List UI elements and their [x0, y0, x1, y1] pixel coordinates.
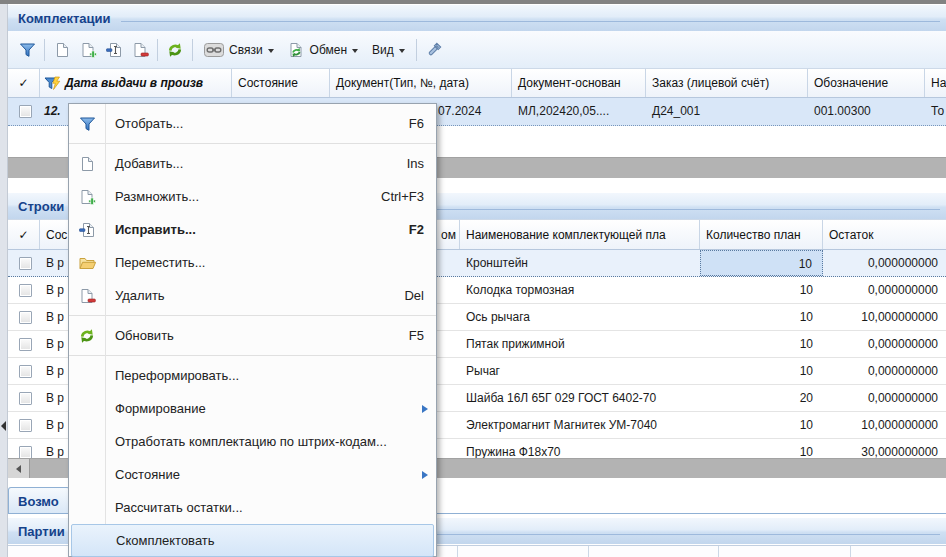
- column-header-check[interactable]: ✓: [8, 69, 40, 97]
- obmen-dropdown[interactable]: Обмен: [281, 37, 366, 63]
- stroki-title: Строки: [18, 199, 64, 214]
- refresh-button[interactable]: [162, 37, 188, 63]
- dropdown-label: Обмен: [310, 43, 348, 57]
- menu-item-label: Отобрать...: [115, 116, 183, 131]
- dropdown-label: Вид: [372, 43, 394, 57]
- submenu-arrow-icon: [422, 471, 428, 479]
- row-checkbox[interactable]: [19, 392, 32, 405]
- cell-qty-plan: 10: [700, 304, 823, 330]
- cell-qty-plan: 10: [700, 250, 823, 276]
- column-header-name[interactable]: На: [925, 69, 946, 97]
- filter-button[interactable]: [14, 37, 40, 63]
- cell-doc-base: МЛ,202420,05....: [512, 98, 646, 125]
- edit-button[interactable]: [101, 37, 127, 63]
- column-header-component-name[interactable]: Наименование комплектующей пла: [460, 220, 700, 249]
- row-checkbox[interactable]: [19, 284, 32, 297]
- menu-item-shortcut: F6: [409, 116, 424, 131]
- menu-item-obnovit[interactable]: ОбновитьF5: [69, 319, 436, 352]
- menu-separator: [69, 312, 436, 319]
- cell-component-name: Колодка тормозная: [460, 277, 700, 303]
- collapse-left-icon[interactable]: [1, 421, 6, 431]
- partii-title: Партии: [18, 524, 65, 539]
- menu-item-udalit[interactable]: УдалитьDel: [69, 279, 436, 312]
- duplicate-button[interactable]: [75, 37, 101, 63]
- cell-rest: 0,000000000: [823, 250, 946, 276]
- left-splitter[interactable]: [0, 4, 8, 557]
- settings-button[interactable]: [421, 37, 447, 63]
- row-checkbox[interactable]: [19, 365, 32, 378]
- menu-item-shortcut: F2: [409, 222, 424, 237]
- cell-rest: 10,000000000: [823, 412, 946, 438]
- scroll-left-button[interactable]: [8, 459, 30, 478]
- left-arrow-icon: [16, 465, 21, 473]
- toolbar-separator: [416, 39, 417, 61]
- dropdown-label: Связи: [229, 43, 263, 57]
- row-checkbox[interactable]: [19, 338, 32, 351]
- column-header-state[interactable]: Состояние: [232, 69, 330, 97]
- column-header-doc-base[interactable]: Документ-основан: [512, 69, 646, 97]
- menu-item-rasschitat-ostatki[interactable]: Рассчитать остатки...: [69, 491, 436, 524]
- chevron-down-icon: [399, 49, 405, 53]
- exchange-icon: [288, 42, 305, 58]
- column-header-order[interactable]: Заказ (лицевой счёт): [646, 69, 808, 97]
- cell-qty-plan: 20: [700, 385, 823, 411]
- doc-add-icon: [77, 188, 97, 206]
- doc-edit-icon: [77, 221, 97, 239]
- menu-item-dobavit[interactable]: Добавить...Ins: [69, 147, 436, 180]
- menu-item-pereformirovat[interactable]: Переформировать...: [69, 359, 436, 392]
- menu-item-otrabotat-shtrih[interactable]: Отработать комплектацию по штрих-кодам..…: [69, 425, 436, 458]
- menu-item-skomplektovat[interactable]: Скомплектовать: [71, 524, 434, 557]
- menu-item-label: Переместить...: [115, 255, 205, 270]
- menu-item-ispravit[interactable]: Исправить...F2: [69, 213, 436, 246]
- toolbar: СвязиОбменВид: [8, 31, 946, 68]
- toolbar-separator: [157, 39, 158, 61]
- row-checkbox[interactable]: [19, 257, 32, 270]
- menu-item-sostoyanie[interactable]: Состояние: [69, 458, 436, 491]
- menu-separator: [69, 140, 436, 147]
- delete-button[interactable]: [127, 37, 153, 63]
- column-header-rest[interactable]: Остаток: [823, 220, 946, 249]
- tab-vozmozhnosti[interactable]: Возмо: [8, 487, 70, 514]
- vid-dropdown[interactable]: Вид: [365, 37, 412, 63]
- menu-item-label: Рассчитать остатки...: [115, 500, 243, 515]
- menu-item-otobrat[interactable]: Отобрать...F6: [69, 107, 436, 140]
- column-header-date[interactable]: Дата выдачи в произв: [40, 69, 232, 97]
- cell-rest: 10,000000000: [823, 304, 946, 330]
- panel-header-komplektacii: Комплектации: [8, 4, 946, 31]
- cell-name: То: [925, 98, 946, 125]
- column-separator: [718, 546, 719, 557]
- column-header-qty-plan[interactable]: Количество план: [700, 220, 823, 249]
- cell-qty-plan: 10: [700, 412, 823, 438]
- refresh-icon: [77, 327, 97, 345]
- column-header-check[interactable]: ✓: [8, 220, 40, 249]
- app-window: Комплектации СвязиОбменВид ✓ Дата выдачи…: [0, 0, 946, 557]
- chevron-down-icon: [352, 49, 358, 53]
- menu-item-razmnozhit[interactable]: Размножить...Ctrl+F3: [69, 180, 436, 213]
- panel-title: Комплектации: [18, 11, 111, 26]
- menu-item-label: Формирование: [115, 401, 206, 416]
- column-header-doc[interactable]: Документ(Тип, №, дата): [330, 69, 512, 97]
- menu-item-label: Добавить...: [115, 156, 183, 171]
- menu-item-label: Скомплектовать: [116, 533, 215, 548]
- menu-separator: [69, 352, 436, 359]
- cell-component-name: Электромагнит Магнитек УМ-7040: [460, 412, 700, 438]
- menu-item-formirovanie[interactable]: Формирование: [69, 392, 436, 425]
- add-button[interactable]: [49, 37, 75, 63]
- svyazi-dropdown[interactable]: Связи: [197, 37, 281, 63]
- row-checkbox[interactable]: [19, 311, 32, 324]
- doc-edit-icon: [106, 42, 123, 58]
- submenu-arrow-icon: [422, 405, 428, 413]
- menu-item-label: Размножить...: [115, 189, 199, 204]
- row-checkbox[interactable]: [19, 419, 32, 432]
- cell-rest: 0,000000000: [823, 358, 946, 384]
- doc-add-icon: [80, 42, 97, 58]
- cell-rest: 0,000000000: [823, 277, 946, 303]
- menu-item-shortcut: Ins: [407, 156, 424, 171]
- filter-icon: [77, 115, 97, 133]
- column-header-designation[interactable]: Обозначение: [808, 69, 925, 97]
- doc-del-icon: [132, 42, 149, 58]
- menu-item-label: Переформировать...: [115, 368, 239, 383]
- menu-item-peremestit[interactable]: Переместить...: [69, 246, 436, 279]
- row-checkbox[interactable]: [19, 105, 32, 118]
- cell-rest: 0,000000000: [823, 385, 946, 411]
